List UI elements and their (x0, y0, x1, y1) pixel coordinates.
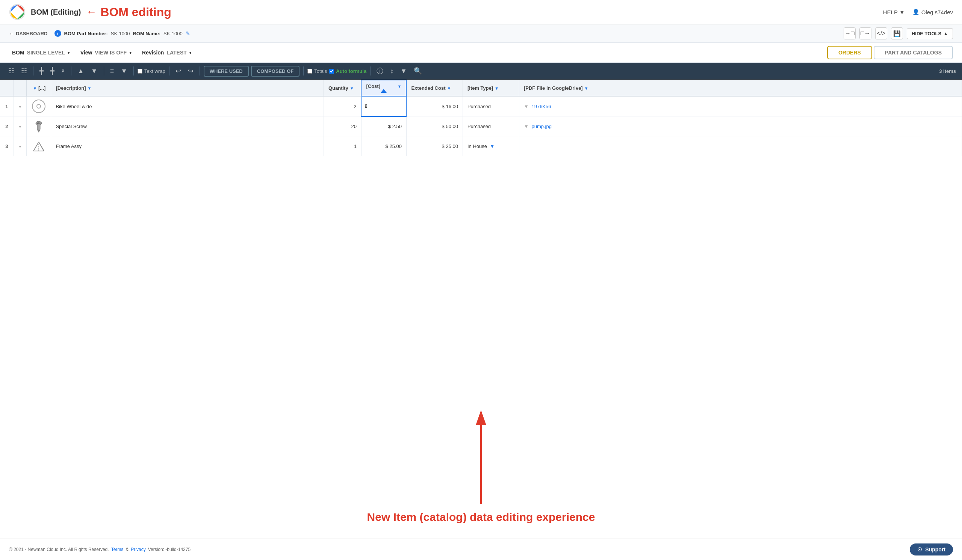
auto-formula-input[interactable] (329, 69, 334, 74)
expand-icon[interactable]: ↕ (388, 66, 396, 77)
text-wrap-input[interactable] (137, 69, 142, 74)
info-detail-icon[interactable]: ⓘ (374, 65, 386, 77)
move-up-icon[interactable]: ▲ (75, 66, 86, 77)
row-item-type-1: Purchased (463, 96, 519, 116)
col-quantity: Quantity▼ (324, 80, 361, 96)
item-type-dropdown-icon-3[interactable]: ▼ (490, 143, 495, 149)
user-name: Oleg s74dev (922, 9, 953, 15)
row-item-type-3: In House ▼ (463, 136, 519, 156)
bom-part-number-value: SK-1000 (111, 31, 130, 37)
row-expand-1[interactable]: ▼ (13, 96, 27, 116)
svg-line-9 (39, 142, 44, 151)
col-pdf-file: [PDF File in GoogleDrive]▼ (519, 80, 962, 96)
filter-icon-cost[interactable]: ▼ (397, 84, 402, 89)
header-left: BOM (Editing) ← BOM editing (9, 4, 171, 20)
help-button[interactable]: HELP ▼ (883, 9, 905, 15)
row-expand-2[interactable]: ▼ (13, 116, 27, 136)
row-description-2: Special Screw (51, 116, 324, 136)
hide-tools-button[interactable]: HIDE TOOLS ▲ (907, 28, 953, 39)
bom-part-number-label: BOM Part Number: (64, 31, 108, 37)
table-body: 1 ▼ Bike Wheel wide 2 $ 16.00 Purchased (0, 96, 962, 156)
table-row: 2 ▼ Special Scr (0, 116, 962, 136)
cost-input-1[interactable] (362, 101, 406, 111)
pdf-link-1[interactable]: 1976K56 (531, 104, 551, 109)
col-description: [Description]▼ (51, 80, 324, 96)
view-dropdown[interactable]: View VIEW IS OFF ▼ (77, 48, 135, 58)
align-options-icon[interactable]: ▼ (118, 66, 130, 77)
add-col-icon[interactable]: ╋ (48, 65, 57, 77)
export-icon[interactable]: □→ (859, 27, 872, 39)
thumbnail-frame (31, 138, 46, 154)
composed-of-button[interactable]: COMPOSED OF (251, 66, 300, 77)
move-down-icon[interactable]: ▼ (89, 66, 100, 77)
pdf-dropdown-icon-2[interactable]: ▼ (524, 124, 529, 129)
expand-row-icon-3[interactable]: ▼ (18, 145, 22, 149)
sub-header-right: →□ □→ </> 💾 HIDE TOOLS ▲ (844, 27, 953, 39)
annotation-area: New Item (catalog) data editing experien… (0, 402, 962, 539)
thumbnail-wheel (31, 99, 46, 114)
totals-input[interactable] (307, 69, 312, 74)
bom-level-label: BOM (12, 50, 24, 56)
row-cost-1[interactable] (361, 96, 406, 116)
bom-table-container: ▼ [...] [Description]▼ Quantity▼ [Cost] … (0, 80, 962, 402)
toolbar-separator-6 (200, 66, 200, 76)
expand-row-icon-2[interactable]: ▼ (18, 125, 22, 129)
row-num-1: 1 (0, 96, 13, 116)
bom-level-dropdown[interactable]: BOM SINGLE LEVEL ▼ (9, 48, 74, 58)
row-cost-2[interactable]: $ 2.50 (361, 116, 406, 136)
auto-formula-label: Auto formula (336, 68, 366, 74)
row-num-2: 2 (0, 116, 13, 136)
align-icon[interactable]: ≡ (108, 66, 116, 77)
filter-icon[interactable]: ▼ (398, 66, 409, 77)
filter-icon-thumbnail[interactable]: ▼ (33, 86, 37, 90)
view-controls-right: ORDERS PART AND CATALOGS (827, 46, 953, 60)
toolbar-separator-7 (303, 66, 303, 76)
info-icon: i (55, 30, 61, 37)
view-label: View (81, 50, 92, 56)
text-wrap-checkbox[interactable]: Text wrap (137, 68, 165, 74)
auto-formula-checkbox[interactable]: Auto formula (329, 68, 366, 74)
back-arrow-icon: ← (9, 31, 14, 37)
bom-name-label: BOM Name: (132, 31, 160, 37)
svg-point-1 (14, 9, 20, 15)
dashboard-back-button[interactable]: ← DASHBOARD (9, 31, 48, 37)
edit-bom-name-icon[interactable]: ✎ (186, 31, 190, 37)
row-cost-3[interactable]: $ 25.00 (361, 136, 406, 156)
undo-icon[interactable]: ↩ (173, 65, 183, 77)
totals-checkbox[interactable]: Totals (307, 68, 327, 74)
save-icon[interactable]: 💾 (891, 27, 903, 39)
delete-icon[interactable]: ☓ (59, 65, 67, 77)
annotation-arrow-svg (466, 410, 496, 508)
expand-row-icon[interactable]: ▼ (18, 105, 22, 109)
where-used-button[interactable]: WHERE USED (204, 66, 249, 77)
bom-editing-label: ← BOM editing (86, 5, 171, 19)
pdf-dropdown-icon-1[interactable]: ▼ (524, 104, 529, 109)
grid-options-icon[interactable]: ☷ (19, 65, 29, 77)
terms-link[interactable]: Terms (111, 547, 124, 552)
pdf-link-2[interactable]: pump.jpg (531, 124, 551, 129)
row-expand-3[interactable]: ▼ (13, 136, 27, 156)
filter-icon-quantity[interactable]: ▼ (350, 86, 354, 90)
toolbar: ☷ ☷ ╋ ╋ ☓ ▲ ▼ ≡ ▼ Text wrap ↩ ↪ WHERE US… (0, 63, 962, 80)
revision-dropdown[interactable]: Revision LATEST ▼ (139, 48, 195, 58)
share-icon[interactable]: </> (875, 27, 887, 39)
bom-info: i BOM Part Number: SK-1000 BOM Name: SK-… (55, 30, 190, 37)
support-button[interactable]: ☉ Support (910, 544, 953, 555)
filter-icon-extended-cost[interactable]: ▼ (447, 86, 451, 90)
privacy-link[interactable]: Privacy (131, 547, 145, 552)
grid-icon[interactable]: ☷ (6, 65, 16, 77)
header-right: HELP ▼ 👤 Oleg s74dev (883, 9, 953, 15)
user-info: 👤 Oleg s74dev (912, 9, 953, 15)
parts-tab[interactable]: PART AND CATALOGS (874, 46, 953, 60)
search-icon[interactable]: 🔍 (412, 65, 424, 77)
redo-icon[interactable]: ↪ (186, 65, 196, 77)
filter-icon-pdf[interactable]: ▼ (584, 86, 589, 90)
filter-icon-description[interactable]: ▼ (87, 86, 92, 90)
toolbar-separator-1 (33, 66, 34, 76)
cost-col-indicator (366, 89, 401, 93)
revision-value: LATEST (166, 50, 186, 56)
import-icon[interactable]: →□ (844, 27, 855, 39)
add-row-icon[interactable]: ╋ (37, 65, 46, 77)
orders-tab[interactable]: ORDERS (827, 46, 872, 60)
filter-icon-item-type[interactable]: ▼ (494, 86, 499, 90)
